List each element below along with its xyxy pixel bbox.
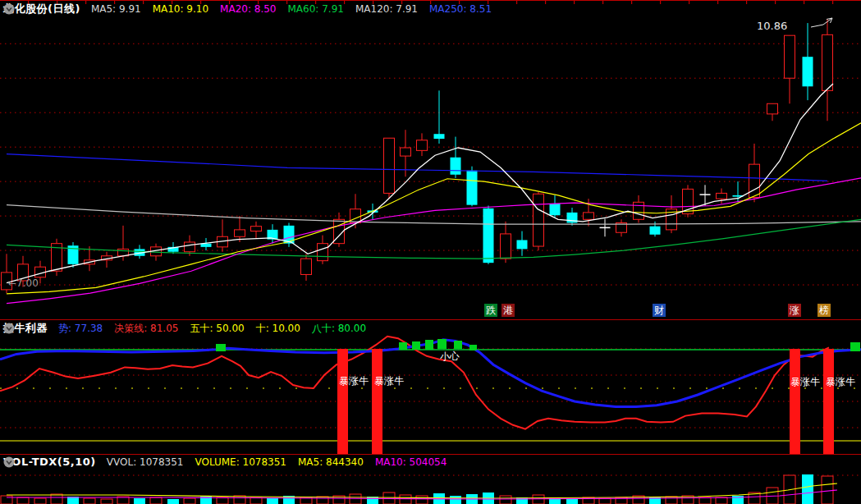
- volume-item: VVOL: 1078351: [107, 456, 184, 468]
- bull-signal-bar: [372, 349, 382, 454]
- bull-signal-bar: [790, 349, 800, 454]
- volume-bar-up: [400, 495, 411, 504]
- candle-body-down: [650, 227, 661, 235]
- volume-bar-down: [134, 498, 145, 504]
- candle-body-up: [584, 213, 594, 219]
- collapse-icon[interactable]: [3, 456, 15, 468]
- candle-body-up: [749, 164, 760, 197]
- overbought-bar: [437, 339, 447, 349]
- candle-body-down: [517, 240, 528, 249]
- volume-bar-down: [450, 496, 461, 504]
- bull-signal-bar: [337, 349, 348, 454]
- high-price-label: 10.86: [757, 20, 787, 32]
- ma5-line: [7, 84, 833, 283]
- volume-bar-up: [599, 498, 611, 504]
- stock-title: 北化股份(日线): [3, 2, 80, 16]
- volume-bar-up: [150, 497, 162, 504]
- volume-bar-up: [17, 497, 29, 504]
- axis-tick: [574, 1, 575, 4]
- candle-body-down: [803, 57, 813, 86]
- overbought-bar: [412, 341, 420, 350]
- volume-values: VVOL: 1078351VOLUME: 1078351MA5: 844340M…: [107, 456, 447, 468]
- ma-item: MA120: 7.91: [355, 3, 418, 15]
- candle-body-up: [767, 103, 778, 114]
- volume-bar-down: [167, 499, 179, 504]
- indicator-item: 势: 77.38: [58, 322, 103, 336]
- candle-body-up: [251, 227, 262, 231]
- hotkey-badge-财[interactable]: 财: [653, 304, 666, 317]
- bull-signal-label: 暴涨牛: [790, 375, 820, 389]
- bull-signal-label: 暴涨牛: [339, 374, 369, 388]
- volume-bar-up: [822, 476, 833, 504]
- volume-bar-up: [101, 499, 112, 504]
- volume-bar-up: [716, 497, 727, 504]
- hotkey-badge-榜[interactable]: 榜: [817, 304, 831, 317]
- overbought-bar: [216, 344, 226, 351]
- axis-tick: [746, 1, 747, 4]
- indicator-item: 五十: 50.00: [190, 322, 244, 336]
- panel-separator: [0, 319, 861, 320]
- caution-label: 小心: [440, 350, 460, 364]
- indicator-header: 捉牛利器 势: 77.38决策线: 81.05五十: 50.00十: 10.00…: [3, 321, 366, 336]
- bull-signal-label: 暴涨牛: [826, 375, 855, 389]
- candle-body-up: [318, 244, 328, 261]
- main-chart[interactable]: [0, 0, 861, 320]
- axis-tick: [631, 1, 632, 4]
- indicator-item: 决策线: 81.05: [114, 322, 178, 336]
- candle-body-up: [534, 194, 544, 246]
- ma-item: MA5: 9.91: [91, 3, 141, 15]
- app-window: 北化股份(日线) MA5: 9.91MA10: 9.10MA20: 8.50MA…: [0, 0, 861, 504]
- overbought-bar: [850, 342, 860, 351]
- indicator-chart[interactable]: [0, 332, 861, 456]
- main-chart-header: 北化股份(日线) MA5: 9.91MA10: 9.10MA20: 8.50MA…: [3, 2, 492, 16]
- candle-body-down: [467, 171, 478, 205]
- axis-tick: [602, 1, 603, 4]
- candle-body-down: [451, 158, 461, 175]
- volume-item: MA5: 844340: [298, 456, 364, 468]
- decision-line: [0, 337, 829, 429]
- indicator-values: 势: 77.38决策线: 81.05五十: 50.00十: 10.00八十: 8…: [58, 322, 366, 336]
- hotkey-badge-跌[interactable]: 跌: [484, 304, 497, 317]
- candle-body-down: [550, 204, 561, 215]
- volume-bar-down: [267, 498, 278, 504]
- hotkey-badge-涨[interactable]: 涨: [788, 304, 801, 317]
- candle-body-up: [634, 202, 644, 219]
- candle-body-up: [235, 230, 245, 236]
- candle-body-down: [483, 208, 494, 263]
- volume-header: VOL-TDX(5,10) VVOL: 1078351VOLUME: 10783…: [3, 456, 447, 468]
- indicator-item: 十: 10.00: [256, 322, 300, 336]
- volume-chart[interactable]: [0, 468, 861, 504]
- axis-tick: [689, 1, 689, 4]
- volume-item: MA10: 504054: [375, 456, 447, 468]
- axis-tick: [804, 1, 804, 4]
- volume-bar-up: [84, 498, 95, 504]
- overbought-bar: [454, 341, 462, 349]
- volume-bar-down: [802, 474, 813, 504]
- candle-body-up: [501, 234, 511, 259]
- bull-signal-label: 暴涨牛: [374, 374, 404, 388]
- volume-bar-up: [416, 496, 428, 504]
- axis-tick: [832, 1, 833, 4]
- overbought-bar: [399, 342, 407, 350]
- candle-body-up: [350, 209, 361, 223]
- hotkey-badge-港[interactable]: 港: [501, 304, 515, 317]
- ma120-line: [7, 205, 861, 225]
- collapse-icon[interactable]: [3, 3, 15, 15]
- volume-bar-up: [533, 495, 544, 504]
- volume-bar-up: [699, 497, 711, 504]
- candle-body-up: [717, 193, 727, 199]
- high-price-arrow: [811, 18, 832, 27]
- candle-body-up: [185, 242, 195, 252]
- ma-item: MA60: 7.91: [288, 3, 344, 15]
- ma-item: MA20: 8.50: [220, 3, 276, 15]
- volume-bar-up: [34, 498, 46, 504]
- candle-body-up: [417, 140, 428, 151]
- volume-bar-up: [500, 496, 511, 504]
- volume-item: VOLUME: 1078351: [195, 456, 286, 468]
- collapse-icon[interactable]: [3, 323, 15, 334]
- overbought-bar: [425, 340, 433, 350]
- candle-body-up: [301, 259, 312, 274]
- volume-title: VOL-TDX(5,10): [3, 456, 96, 468]
- ma10-line: [7, 123, 861, 294]
- candle-body-down: [434, 134, 445, 139]
